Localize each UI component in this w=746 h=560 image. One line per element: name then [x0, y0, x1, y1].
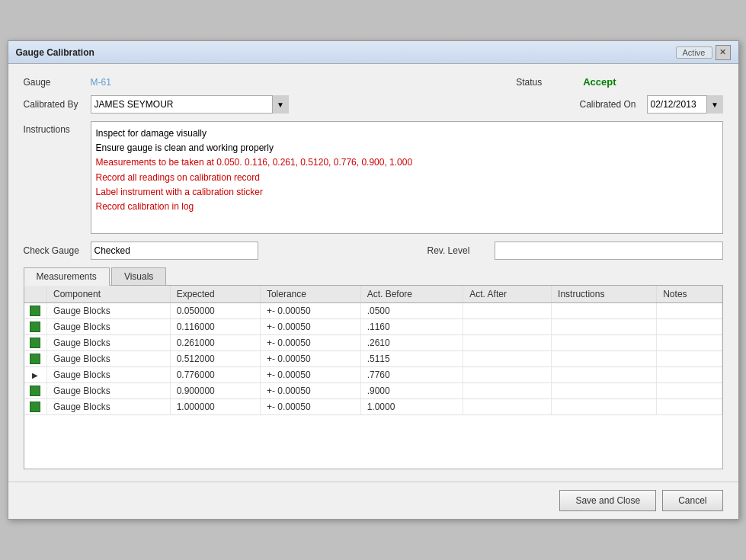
gauge-calibration-window: Gauge Calibration Active ✕ Gauge M-61 St… [8, 40, 739, 520]
title-bar: Gauge Calibration Active ✕ [8, 41, 738, 64]
arrow-indicator: ▶ [32, 371, 38, 379]
cell-instructions [552, 335, 657, 351]
instruction-line: Label instrument with a calibration stic… [96, 185, 718, 200]
tab-measurements[interactable]: Measurements [24, 267, 110, 286]
gauge-status-row: Gauge M-61 Status Accept [24, 76, 723, 88]
cell-notes [657, 383, 722, 399]
table-row[interactable]: Gauge Blocks1.000000+- 0.000501.0000 [24, 399, 722, 415]
status-badge: Active [676, 46, 712, 59]
rev-level-group: Rev. Level [427, 242, 723, 260]
row-indicator-cell [24, 335, 47, 351]
gauge-field-group: Gauge M-61 [24, 77, 111, 88]
row-indicator-cell [24, 383, 47, 399]
title-bar-controls: Active ✕ [676, 45, 731, 60]
footer-bar: Save and Close Cancel [8, 482, 738, 519]
cell-act_before: .9000 [360, 383, 463, 399]
calibrated-on-label: Calibrated On [580, 99, 641, 110]
cell-expected: 0.261000 [170, 335, 260, 351]
calibrated-by-group: Calibrated By ▼ [24, 95, 289, 114]
cell-act_after [463, 399, 552, 415]
cell-act_before: .5115 [360, 351, 463, 367]
instructions-label: Instructions [24, 121, 85, 135]
cell-component: Gauge Blocks [47, 335, 171, 351]
cell-act_before: .2610 [360, 335, 463, 351]
col-header-0 [24, 286, 47, 303]
cell-notes [657, 335, 722, 351]
close-button[interactable]: ✕ [716, 45, 731, 60]
cell-component: Gauge Blocks [47, 383, 171, 399]
main-content: Gauge M-61 Status Accept Calibrated By ▼… [8, 64, 738, 482]
cell-expected: 1.000000 [170, 399, 260, 415]
cell-component: Gauge Blocks [47, 319, 171, 335]
cell-instructions [552, 383, 657, 399]
col-header-3: Tolerance [260, 286, 360, 303]
calibration-row: Calibrated By ▼ Calibrated On ▼ [24, 95, 723, 114]
cell-act_after [463, 367, 552, 383]
row-indicator-cell [24, 303, 47, 319]
rev-level-input[interactable] [495, 242, 723, 260]
cell-tolerance: +- 0.00050 [260, 351, 360, 367]
calibrated-on-group: Calibrated On ▼ [580, 95, 723, 114]
cell-instructions [552, 303, 657, 319]
green-indicator [30, 402, 40, 412]
instruction-line: Record calibration in log [96, 200, 718, 214]
row-indicator-cell [24, 319, 47, 335]
calibrated-on-input[interactable] [647, 95, 723, 114]
measurements-table-container: ComponentExpectedToleranceAct. BeforeAct… [24, 286, 723, 469]
check-gauge-group: Check Gauge [24, 242, 258, 260]
rev-level-label: Rev. Level [427, 245, 488, 256]
cell-notes [657, 367, 722, 383]
cell-tolerance: +- 0.00050 [260, 367, 360, 383]
cell-notes [657, 351, 722, 367]
cell-component: Gauge Blocks [47, 351, 171, 367]
cell-expected: 0.512000 [170, 351, 260, 367]
instructions-section: Instructions Inspect for damage visually… [24, 121, 723, 234]
cell-instructions [552, 367, 657, 383]
calibrated-by-input[interactable] [91, 95, 289, 114]
status-label: Status [516, 77, 577, 88]
table-row[interactable]: Gauge Blocks0.050000+- 0.00050.0500 [24, 303, 722, 319]
calibrated-by-select-wrapper: ▼ [91, 95, 289, 114]
table-row[interactable]: Gauge Blocks0.261000+- 0.00050.2610 [24, 335, 722, 351]
calibrated-on-date-wrapper: ▼ [647, 95, 723, 114]
cell-expected: 0.116000 [170, 319, 260, 335]
cell-expected: 0.050000 [170, 303, 260, 319]
cell-notes [657, 319, 722, 335]
save-close-button[interactable]: Save and Close [559, 490, 656, 511]
cell-act_after [463, 351, 552, 367]
cell-instructions [552, 351, 657, 367]
cell-act_before: 1.0000 [360, 399, 463, 415]
cell-notes [657, 303, 722, 319]
cell-tolerance: +- 0.00050 [260, 319, 360, 335]
cell-act_after [463, 319, 552, 335]
gauge-label: Gauge [24, 77, 85, 88]
col-header-5: Act. After [463, 286, 552, 303]
measurements-table: ComponentExpectedToleranceAct. BeforeAct… [24, 286, 722, 415]
table-row[interactable]: Gauge Blocks0.512000+- 0.00050.5115 [24, 351, 722, 367]
calibrated-by-label: Calibrated By [24, 99, 85, 110]
col-header-1: Component [47, 286, 171, 303]
tab-bar: MeasurementsVisuals [24, 267, 723, 286]
cell-component: Gauge Blocks [47, 303, 171, 319]
cell-act_after [463, 335, 552, 351]
table-row[interactable]: ▶Gauge Blocks0.776000+- 0.00050.7760 [24, 367, 722, 383]
cell-act_before: .1160 [360, 319, 463, 335]
cell-act_after [463, 383, 552, 399]
status-value: Accept [583, 76, 616, 88]
cell-component: Gauge Blocks [47, 399, 171, 415]
tab-visuals[interactable]: Visuals [111, 267, 166, 285]
cancel-button[interactable]: Cancel [662, 490, 722, 511]
green-indicator [30, 354, 40, 364]
cell-component: Gauge Blocks [47, 367, 171, 383]
green-indicator [30, 306, 40, 316]
instruction-line: Ensure gauge is clean and working proper… [96, 141, 718, 155]
green-indicator [30, 338, 40, 348]
cell-act_before: .0500 [360, 303, 463, 319]
table-row[interactable]: Gauge Blocks0.900000+- 0.00050.9000 [24, 383, 722, 399]
cell-act_after [463, 303, 552, 319]
cell-tolerance: +- 0.00050 [260, 399, 360, 415]
cell-notes [657, 399, 722, 415]
check-gauge-input[interactable] [91, 242, 258, 260]
tabs-section: MeasurementsVisuals ComponentExpectedTol… [24, 267, 723, 469]
table-row[interactable]: Gauge Blocks0.116000+- 0.00050.1160 [24, 319, 722, 335]
